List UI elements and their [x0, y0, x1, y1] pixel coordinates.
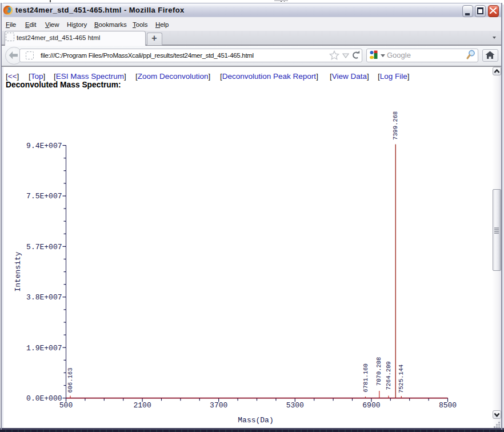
svg-text:5300: 5300 [286, 401, 304, 410]
svg-text:1.9E+007: 1.9E+007 [26, 344, 62, 353]
svg-text:2100: 2100 [133, 401, 151, 410]
svg-text:7399.268: 7399.268 [392, 111, 399, 140]
svg-text:5.7E+007: 5.7E+007 [26, 243, 62, 251]
svg-text:3700: 3700 [210, 401, 227, 410]
svg-text:7525.144: 7525.144 [398, 365, 405, 393]
svg-text:7070.208: 7070.208 [375, 357, 382, 386]
svg-text:3.8E+007: 3.8E+007 [26, 293, 62, 302]
svg-text:6900: 6900 [362, 401, 380, 410]
svg-text:7264.209: 7264.209 [385, 361, 392, 390]
svg-text:9.4E+007: 9.4E+007 [26, 142, 62, 150]
svg-text:606.163: 606.163 [67, 367, 74, 393]
svg-text:Intensity: Intensity [14, 251, 22, 291]
svg-text:8500: 8500 [439, 401, 457, 410]
svg-text:500: 500 [59, 401, 73, 410]
svg-text:6781.160: 6781.160 [362, 363, 369, 392]
svg-text:0.0E+000: 0.0E+000 [26, 394, 62, 403]
svg-text:7.5E+007: 7.5E+007 [26, 192, 62, 201]
svg-text:Mass(Da): Mass(Da) [238, 416, 273, 425]
